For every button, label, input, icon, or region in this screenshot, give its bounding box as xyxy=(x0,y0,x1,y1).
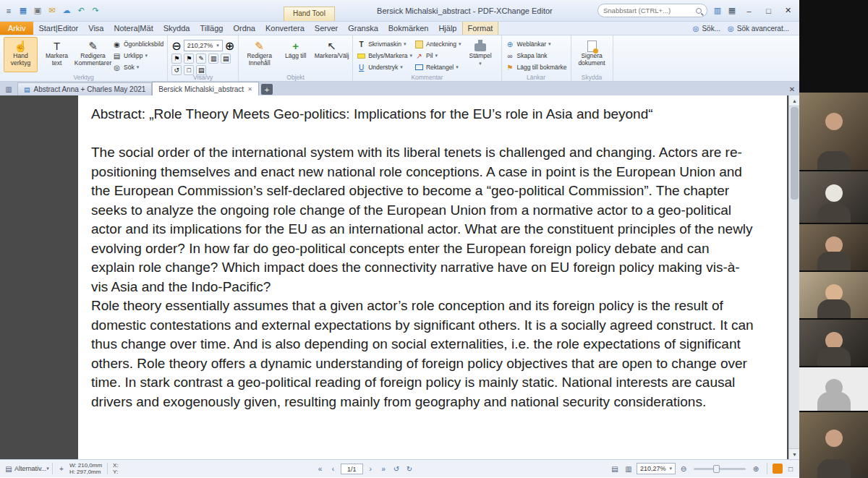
menu-item-skydda[interactable]: Skydda xyxy=(158,22,195,35)
scrollbar-thumb[interactable] xyxy=(791,107,799,200)
typewriter-button[interactable]: T Skrivmaskin ▾ xyxy=(357,39,412,49)
fullscreen-icon[interactable]: □ xyxy=(785,463,796,474)
document-tab-2[interactable]: Bersick Michalski_abstract ✕ xyxy=(152,82,259,95)
menu-icon[interactable]: ≡ xyxy=(2,4,15,17)
advanced-search-button[interactable]: ◎ Sök avancerat... xyxy=(728,25,789,33)
cloud-icon[interactable]: ☁ xyxy=(60,4,73,17)
previous-page-button[interactable]: ‹ xyxy=(328,464,339,474)
zoom-in-icon[interactable]: ⊕ xyxy=(225,39,234,53)
menu-item-bokmarken[interactable]: Bokmärken xyxy=(383,22,434,35)
underline-button[interactable]: U Understryk ▾ xyxy=(357,62,412,72)
settings-icon[interactable]: ▥ xyxy=(711,4,724,17)
menu-item-visa[interactable]: Visa xyxy=(83,22,109,35)
zoom-out-icon[interactable]: ⊖ xyxy=(678,463,689,474)
statusbar-zoom-combobox[interactable]: 210,27% ▾ xyxy=(637,463,676,474)
page-number-box[interactable]: 1/1 xyxy=(341,464,363,474)
last-page-button[interactable]: » xyxy=(378,464,389,474)
menu-item-start-editor[interactable]: Start|Editor xyxy=(33,22,83,35)
undo-icon[interactable]: ↶ xyxy=(75,4,88,17)
new-tab-button[interactable]: + xyxy=(261,84,273,95)
sticky-note-button[interactable]: Anteckning ▾ xyxy=(414,39,461,49)
menu-item-server[interactable]: Server xyxy=(310,22,343,35)
quickstart-searchbox[interactable] xyxy=(597,4,707,17)
search-tool-button[interactable]: ◎ Sök ▾ xyxy=(112,62,163,72)
save-icon[interactable]: ▦ xyxy=(17,4,30,17)
participant-avatar-placeholder[interactable] xyxy=(799,367,868,411)
group-label-objects: Objekt xyxy=(239,74,352,81)
scroll-up-icon[interactable]: ▲ xyxy=(789,95,799,106)
print-icon[interactable]: ▣ xyxy=(31,4,44,17)
menu-item-konvertera[interactable]: Konvertera xyxy=(260,22,310,35)
select-text-button[interactable]: T Markera text xyxy=(40,37,74,72)
edit-content-button[interactable]: ✎ Redigera Innehåll xyxy=(242,37,276,72)
weblinks-button[interactable]: ⊕ Weblänkar ▾ xyxy=(506,39,567,49)
zoom-out-icon[interactable]: ⊖ xyxy=(171,39,181,53)
attachment-icon[interactable]: ✎ xyxy=(196,54,206,64)
grid-icon[interactable]: ▦ xyxy=(726,4,739,17)
quickstart-search-input[interactable] xyxy=(603,7,696,14)
menu-item-notera-mat[interactable]: Notera|Mät xyxy=(109,22,158,35)
single-page-view-icon[interactable]: ▤ xyxy=(609,463,621,474)
email-icon[interactable]: ✉ xyxy=(46,4,59,17)
participant-video-5[interactable] xyxy=(799,320,868,366)
previous-view-button[interactable]: ↺ xyxy=(391,464,402,474)
scroll-down-icon[interactable]: ▼ xyxy=(789,448,799,459)
tabbar-close-icon[interactable]: ✕ xyxy=(785,83,799,95)
page-width: W: 210,0mm xyxy=(69,462,102,469)
flag-icon[interactable]: ⚑ xyxy=(171,54,182,64)
tab-close-icon[interactable]: ✕ xyxy=(247,86,252,93)
add-content-button[interactable]: + Lägg till xyxy=(278,37,312,72)
minimize-button[interactable]: – xyxy=(739,3,759,18)
participant-video-2[interactable] xyxy=(799,171,868,223)
close-button[interactable]: ✕ xyxy=(778,3,798,18)
create-link-button[interactable]: ∞ Skapa länk xyxy=(506,51,567,61)
menu-item-hjalp[interactable]: Hjälp xyxy=(433,22,461,35)
zoom-combobox[interactable]: 210,27% ▾ xyxy=(184,40,223,51)
menu-item-tillagg[interactable]: Tillägg xyxy=(195,22,228,35)
zoom-slider[interactable] xyxy=(694,468,746,470)
bookmark-icon[interactable]: ⚑ xyxy=(184,54,194,64)
next-page-button[interactable]: › xyxy=(365,464,376,474)
zoom-slider-knob[interactable] xyxy=(713,465,720,473)
menu-item-ordna[interactable]: Ordna xyxy=(228,22,260,35)
select-object-button[interactable]: ↖ Markera/Välj xyxy=(315,37,349,72)
typewriter-label: Skrivmaskin xyxy=(368,40,401,48)
panes-toggle-icon[interactable]: ▥ xyxy=(3,84,14,95)
vertical-scrollbar[interactable]: ▲ ▼ xyxy=(788,95,799,459)
snapshot-button[interactable]: ◉ Ögonblicksbild xyxy=(112,39,163,49)
rectangle-tool-button[interactable]: Rektangel ▾ xyxy=(414,62,461,72)
highlight-label: Belys/Markera xyxy=(368,52,407,59)
hand-tool-context-tab[interactable]: Hand Tool xyxy=(284,7,335,21)
maximize-button[interactable]: □ xyxy=(759,3,778,18)
pages-icon[interactable]: ▤ xyxy=(221,54,231,64)
chevron-down-icon: ▾ xyxy=(404,41,407,47)
search-button[interactable]: ◎ Sök... xyxy=(693,25,720,33)
options-dropdown[interactable]: Alternativ... xyxy=(14,465,46,472)
menu-item-format[interactable]: Format xyxy=(462,22,499,35)
redo-icon[interactable]: ↷ xyxy=(89,4,102,17)
clipboard-icon: ▤ xyxy=(112,51,122,60)
participant-video-3[interactable] xyxy=(799,224,868,270)
chevron-down-icon: ▾ xyxy=(669,466,672,471)
continuous-view-icon[interactable]: ▥ xyxy=(623,463,634,474)
bookmark-flag-icon: ⚑ xyxy=(506,63,515,72)
participant-video-7[interactable] xyxy=(799,412,868,478)
first-page-button[interactable]: « xyxy=(315,464,326,474)
menu-item-granska[interactable]: Granska xyxy=(343,22,383,35)
add-bookmark-button[interactable]: ⚑ Lägg till bokmärke xyxy=(506,62,567,72)
menu-item-arkiv[interactable]: Arkiv xyxy=(0,22,33,35)
clipboard-button[interactable]: ▤ Urklipp ▾ xyxy=(112,51,163,61)
next-view-button[interactable]: ↻ xyxy=(404,464,415,474)
participant-video-1[interactable] xyxy=(799,93,868,170)
edit-comments-button[interactable]: ✎ Redigera Kommentarer xyxy=(76,37,110,72)
zoom-in-icon[interactable]: ⊕ xyxy=(750,463,762,474)
highlight-button[interactable]: Belys/Markera ▾ xyxy=(357,51,412,61)
sign-document-button[interactable]: Signera dokument xyxy=(575,37,609,72)
document-tab-1[interactable]: ▤ Abstract Anna + Charles May 2021 xyxy=(17,82,152,95)
layers-icon[interactable]: ▥ xyxy=(208,54,218,64)
stamp-button[interactable]: Stämpel ▾ xyxy=(464,37,498,72)
hand-tool-button[interactable]: ☝ Hand verktyg xyxy=(4,37,38,72)
arrow-tool-button[interactable]: ↗ Pil ▾ xyxy=(414,51,461,61)
highlighter-icon xyxy=(357,51,366,60)
participant-video-4[interactable] xyxy=(799,272,868,318)
